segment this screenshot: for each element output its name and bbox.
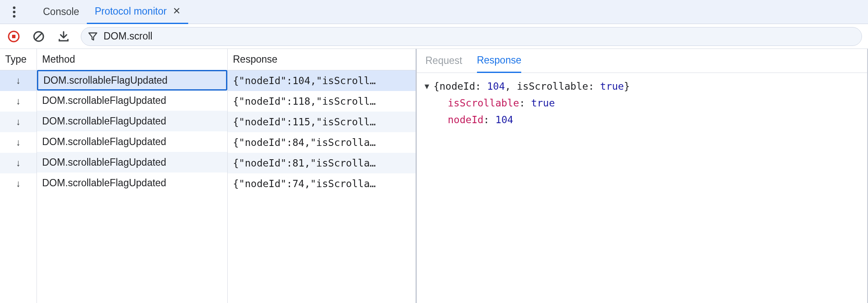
record-icon <box>8 30 20 42</box>
col-header-method[interactable]: Method <box>37 49 227 70</box>
table-row-method[interactable]: DOM.scrollableFlagUpdated <box>37 131 227 152</box>
col-type: Type ↓↓↓↓↓↓ <box>0 49 37 303</box>
filter-field[interactable] <box>81 27 862 46</box>
kebab-icon <box>13 6 15 18</box>
close-icon[interactable]: ✕ <box>173 6 180 17</box>
table-row-type[interactable]: ↓ <box>0 173 37 194</box>
incoming-arrow-icon: ↓ <box>16 96 21 107</box>
table-row-method[interactable]: DOM.scrollableFlagUpdated <box>37 70 227 91</box>
download-icon <box>58 31 69 42</box>
incoming-arrow-icon: ↓ <box>16 158 21 169</box>
svg-line-6 <box>35 33 42 40</box>
table-row-type[interactable]: ↓ <box>0 112 37 132</box>
col-header-response[interactable]: Response <box>228 49 416 70</box>
response-cell: {"nodeId":74,"isScrolla… <box>233 178 410 189</box>
incoming-arrow-icon: ↓ <box>16 178 21 189</box>
method-cell: DOM.scrollableFlagUpdated <box>42 157 222 168</box>
devtools-tabbar: Console Protocol monitor ✕ <box>0 0 868 24</box>
filter-input[interactable] <box>103 30 855 42</box>
tree-prop-nodeId[interactable]: nodeId: 104 <box>425 112 859 128</box>
protocol-toolbar <box>0 24 868 49</box>
table-row-type[interactable]: ↓ <box>0 70 37 91</box>
save-button[interactable] <box>56 29 71 44</box>
record-button[interactable] <box>6 29 21 44</box>
tree-root[interactable]: ▼ {nodeId: 104, isScrollable: true} <box>425 78 859 95</box>
table-row-response[interactable]: {"nodeId":118,"isScroll… <box>228 91 416 112</box>
clear-icon <box>33 30 45 42</box>
table-row-response[interactable]: {"nodeId":84,"isScrolla… <box>228 132 416 153</box>
table-row-response[interactable]: {"nodeId":81,"isScrolla… <box>228 153 416 173</box>
method-cell: DOM.scrollableFlagUpdated <box>43 75 221 86</box>
response-cell: {"nodeId":118,"isScroll… <box>233 96 410 107</box>
incoming-arrow-icon: ↓ <box>16 137 21 148</box>
response-cell: {"nodeId":104,"isScroll… <box>233 75 410 86</box>
incoming-arrow-icon: ↓ <box>16 116 21 127</box>
tab-request[interactable]: Request <box>425 49 462 73</box>
method-cell: DOM.scrollableFlagUpdated <box>42 95 222 106</box>
method-cell: DOM.scrollableFlagUpdated <box>42 115 222 127</box>
svg-rect-4 <box>12 35 15 38</box>
tab-response[interactable]: Response <box>477 49 522 73</box>
tab-console-label: Console <box>43 6 79 18</box>
clear-button[interactable] <box>31 29 46 44</box>
table-row-type[interactable]: ↓ <box>0 153 37 173</box>
response-cell: {"nodeId":115,"isScroll… <box>233 116 410 127</box>
table-row-type[interactable]: ↓ <box>0 132 37 153</box>
table-row-response[interactable]: {"nodeId":104,"isScroll… <box>228 70 416 91</box>
table-row-response[interactable]: {"nodeId":115,"isScroll… <box>228 112 416 132</box>
more-menu-button[interactable] <box>3 0 25 24</box>
incoming-arrow-icon: ↓ <box>16 75 21 86</box>
method-cell: DOM.scrollableFlagUpdated <box>42 136 222 148</box>
svg-point-1 <box>13 11 15 13</box>
table-row-response[interactable]: {"nodeId":74,"isScrolla… <box>228 173 416 194</box>
tab-protocol-monitor[interactable]: Protocol monitor ✕ <box>87 0 188 24</box>
caret-down-icon: ▼ <box>425 80 429 93</box>
detail-tabs: Request Response <box>417 49 867 73</box>
protocol-table: Type ↓↓↓↓↓↓ Method DOM.scrollableFlagUpd… <box>0 49 417 303</box>
col-response: Response {"nodeId":104,"isScroll…{"nodeI… <box>228 49 416 303</box>
response-cell: {"nodeId":84,"isScrolla… <box>233 137 410 148</box>
svg-point-0 <box>13 6 15 9</box>
table-row-method[interactable]: DOM.scrollableFlagUpdated <box>37 173 227 193</box>
tree-prop-isScrollable[interactable]: isScrollable: true <box>425 95 859 112</box>
tab-console[interactable]: Console <box>35 0 87 24</box>
detail-panel: Request Response ▼ {nodeId: 104, isScrol… <box>417 49 868 303</box>
svg-point-2 <box>13 15 15 18</box>
filter-icon <box>88 32 98 41</box>
col-header-type[interactable]: Type <box>0 49 37 70</box>
response-cell: {"nodeId":81,"isScrolla… <box>233 158 410 169</box>
tab-protocol-monitor-label: Protocol monitor <box>95 6 166 17</box>
table-row-method[interactable]: DOM.scrollableFlagUpdated <box>37 152 227 173</box>
table-row-type[interactable]: ↓ <box>0 91 37 112</box>
protocol-main: Type ↓↓↓↓↓↓ Method DOM.scrollableFlagUpd… <box>0 49 868 303</box>
method-cell: DOM.scrollableFlagUpdated <box>42 177 222 189</box>
table-row-method[interactable]: DOM.scrollableFlagUpdated <box>37 111 227 131</box>
col-method: Method DOM.scrollableFlagUpdatedDOM.scro… <box>37 49 228 303</box>
detail-body: ▼ {nodeId: 104, isScrollable: true} isSc… <box>417 73 867 133</box>
table-row-method[interactable]: DOM.scrollableFlagUpdated <box>37 90 227 111</box>
